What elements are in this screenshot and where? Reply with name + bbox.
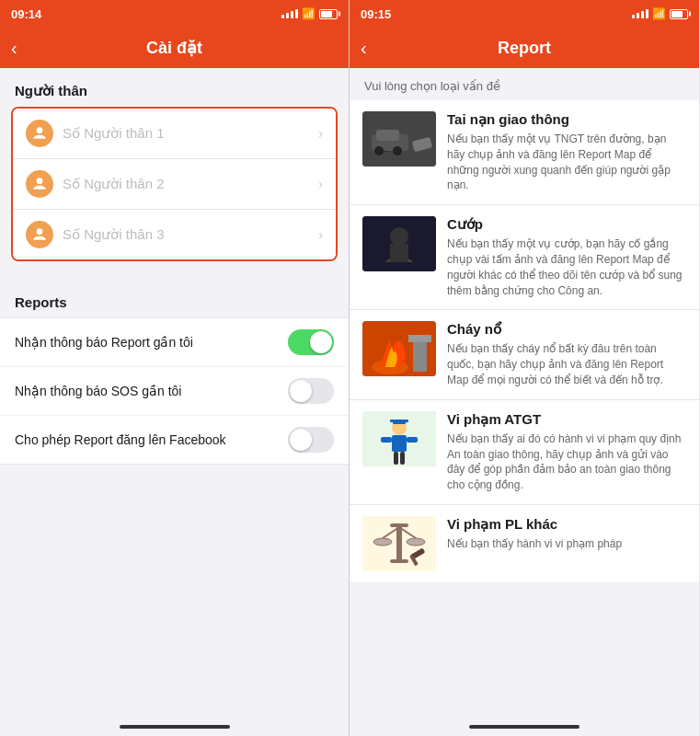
left-time: 09:14 bbox=[11, 7, 41, 21]
svg-rect-21 bbox=[407, 437, 418, 443]
wifi-icon: 📶 bbox=[302, 7, 316, 20]
toggle-notif-sos[interactable] bbox=[288, 378, 334, 404]
right-nav-title: Report bbox=[498, 39, 551, 58]
toggle-facebook[interactable] bbox=[288, 427, 334, 453]
report-desc-traffic: Nếu bạn thấy ai đó có hành vi vi phạm qu… bbox=[447, 431, 686, 493]
svg-point-11 bbox=[390, 227, 408, 246]
toggle-thumb-2 bbox=[290, 380, 312, 402]
report-image-accident bbox=[362, 111, 436, 167]
setting-notif-sos-label: Nhận thông báo SOS gần tôi bbox=[15, 384, 288, 398]
r-signal-bar-2 bbox=[637, 13, 639, 18]
contacts-section-header: Người thân bbox=[0, 68, 349, 107]
r-signal-bar-4 bbox=[646, 9, 648, 18]
report-desc-fire: Nếu bạn thấy cháy nổ bất kỳ đâu trên toà… bbox=[447, 341, 686, 387]
report-item-traffic[interactable]: Vi phạm ATGT Nếu bạn thấy ai đó có hành … bbox=[350, 400, 699, 505]
setting-notif-report: Nhận thông báo Report gần tôi bbox=[0, 318, 349, 367]
svg-point-32 bbox=[407, 538, 425, 546]
report-list: Tai nạn giao thông Nếu bạn thấy một vụ T… bbox=[350, 100, 699, 582]
left-nav-bar: ‹ Cài đặt bbox=[0, 28, 349, 68]
signal-bar-4 bbox=[295, 9, 298, 18]
left-status-icons: 📶 bbox=[281, 7, 338, 20]
left-status-bar: 09:14 📶 bbox=[0, 0, 349, 28]
reports-section-header: Reports bbox=[0, 280, 349, 317]
left-content: Người thân Số Người thân 1 › Số Người th… bbox=[0, 68, 349, 718]
svg-point-30 bbox=[373, 538, 392, 546]
r-signal-bar-3 bbox=[641, 11, 644, 18]
left-home-indicator bbox=[0, 718, 349, 736]
left-screen: 09:14 📶 ‹ Cài đặt Người thân bbox=[0, 0, 350, 736]
toggle-notif-report[interactable] bbox=[288, 329, 334, 355]
right-status-icons: 📶 bbox=[632, 7, 688, 20]
toggle-thumb-1 bbox=[310, 331, 332, 353]
report-text-fire: Cháy nổ Nếu bạn thấy cháy nổ bất kỳ đâu … bbox=[447, 321, 686, 387]
contact-name-3: Số Người thân 3 bbox=[63, 226, 318, 243]
report-intro: Vui lòng chọn loại vấn đề bbox=[350, 68, 699, 100]
contact-chevron-2: › bbox=[318, 177, 323, 191]
right-battery-icon bbox=[670, 9, 688, 19]
right-home-bar bbox=[469, 725, 580, 729]
left-back-button[interactable]: ‹ bbox=[11, 38, 17, 59]
svg-rect-20 bbox=[381, 437, 392, 443]
report-title-accident: Tai nạn giao thông bbox=[447, 111, 686, 128]
r-signal-bar-1 bbox=[632, 15, 635, 18]
contact-chevron-3: › bbox=[318, 227, 323, 242]
report-image-fire bbox=[362, 321, 436, 376]
svg-point-1 bbox=[37, 178, 43, 184]
report-item-accident[interactable]: Tai nạn giao thông Nếu bạn thấy một vụ T… bbox=[350, 100, 699, 205]
report-title-law: Vi phạm PL khác bbox=[447, 516, 686, 533]
setting-notif-report-label: Nhận thông báo Report gần tôi bbox=[15, 335, 288, 350]
report-item-robbery[interactable]: Cướp Nếu bạn thấy một vụ cướp, bạn hãy c… bbox=[350, 205, 699, 310]
contact-name-2: Số Người thân 2 bbox=[63, 176, 318, 192]
report-desc-robbery: Nếu bạn thấy một vụ cướp, bạn hãy cố gắn… bbox=[447, 236, 686, 298]
report-title-fire: Cháy nổ bbox=[447, 321, 686, 338]
right-time: 09:15 bbox=[361, 7, 391, 21]
right-content: Vui lòng chọn loại vấn đề bbox=[350, 68, 699, 718]
report-item-fire[interactable]: Cháy nổ Nếu bạn thấy cháy nổ bất kỳ đâu … bbox=[350, 310, 699, 399]
report-title-traffic: Vi phạm ATGT bbox=[447, 411, 686, 428]
contact-name-1: Số Người thân 1 bbox=[63, 125, 318, 142]
right-nav-bar: ‹ Report bbox=[350, 28, 699, 68]
battery-icon bbox=[319, 9, 338, 19]
svg-rect-22 bbox=[394, 452, 398, 465]
reports-section: Reports Nhận thông báo Report gần tôi Nh… bbox=[0, 280, 349, 465]
svg-rect-25 bbox=[390, 420, 408, 422]
right-battery-fill bbox=[671, 11, 683, 17]
signal-bar-2 bbox=[286, 13, 289, 18]
svg-rect-6 bbox=[376, 130, 399, 141]
svg-rect-19 bbox=[392, 435, 407, 452]
signal-bar-3 bbox=[291, 11, 293, 18]
right-status-bar: 09:15 📶 bbox=[350, 0, 699, 28]
setting-facebook: Cho phép Report đăng lên Facebook bbox=[0, 416, 349, 464]
report-text-traffic: Vi phạm ATGT Nếu bạn thấy ai đó có hành … bbox=[447, 411, 686, 493]
contact-item-3[interactable]: Số Người thân 3 › bbox=[13, 210, 336, 259]
contact-item-1[interactable]: Số Người thân 1 › bbox=[13, 109, 336, 159]
contact-avatar-2 bbox=[26, 170, 53, 198]
signal-bar-1 bbox=[281, 15, 284, 18]
settings-group: Nhận thông báo Report gần tôi Nhận thông… bbox=[0, 317, 349, 465]
report-image-robbery bbox=[362, 216, 436, 271]
report-desc-accident: Nếu bạn thấy một vụ TNGT trên đường, bạn… bbox=[447, 132, 686, 193]
contact-avatar-1 bbox=[26, 120, 53, 147]
report-item-law[interactable]: Vi phạm PL khác Nếu bạn thấy hành vi vi … bbox=[350, 505, 699, 582]
svg-rect-15 bbox=[413, 339, 427, 372]
svg-rect-33 bbox=[390, 559, 408, 563]
contact-avatar-3 bbox=[26, 221, 53, 248]
svg-rect-12 bbox=[390, 244, 408, 262]
setting-notif-sos: Nhận thông báo SOS gần tôi bbox=[0, 367, 349, 416]
svg-rect-16 bbox=[408, 335, 431, 342]
right-back-button[interactable]: ‹ bbox=[361, 38, 367, 59]
report-title-robbery: Cướp bbox=[447, 216, 686, 233]
right-signal-bars bbox=[632, 9, 648, 18]
svg-point-8 bbox=[393, 146, 402, 155]
svg-point-2 bbox=[37, 228, 43, 235]
right-screen: 09:15 📶 ‹ Report Vui lòng chọn loại bbox=[350, 0, 699, 736]
screens-container: 09:14 📶 ‹ Cài đặt Người thân bbox=[0, 0, 700, 736]
left-home-bar bbox=[120, 725, 230, 729]
contacts-box: Số Người thân 1 › Số Người thân 2 › Số N… bbox=[11, 107, 338, 261]
contact-item-2[interactable]: Số Người thân 2 › bbox=[13, 159, 336, 210]
svg-point-7 bbox=[374, 146, 384, 155]
svg-rect-23 bbox=[400, 452, 405, 465]
setting-facebook-label: Cho phép Report đăng lên Facebook bbox=[15, 432, 288, 447]
toggle-thumb-3 bbox=[290, 429, 312, 451]
report-image-law bbox=[362, 516, 436, 571]
